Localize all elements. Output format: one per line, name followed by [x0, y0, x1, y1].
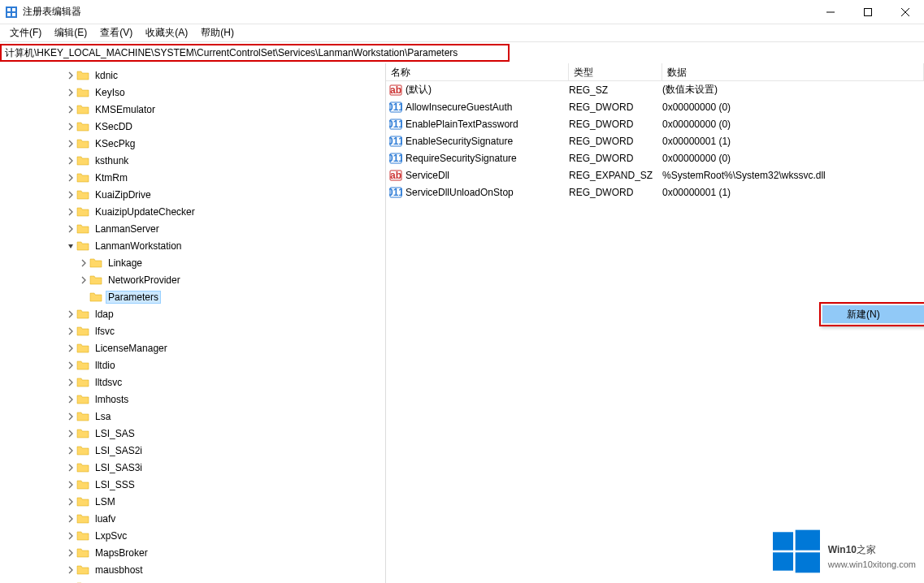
- value-row[interactable]: 011EnableSecuritySignatureREG_DWORD0x000…: [386, 132, 924, 149]
- tree-node[interactable]: LxpSvc: [0, 528, 385, 544]
- chevron-right-icon[interactable]: [65, 121, 76, 132]
- value-row[interactable]: abServiceDllREG_EXPAND_SZ%SystemRoot%\Sy…: [386, 166, 924, 184]
- main-area: kdnicKeyIsoKMSEmulatorKSecDDKSecPkgksthu…: [0, 63, 924, 583]
- tree-node[interactable]: LanmanWorkstation: [0, 238, 385, 254]
- chevron-right-icon[interactable]: [65, 138, 76, 149]
- value-row[interactable]: ab(默认)REG_SZ(数值未设置): [386, 81, 924, 98]
- tree-label: ksthunk: [93, 154, 131, 167]
- context-new[interactable]: 新建(N) ▶: [822, 305, 924, 323]
- tree-node[interactable]: LSI_SSS: [0, 477, 385, 493]
- chevron-right-icon[interactable]: [65, 87, 76, 98]
- svg-text:011: 011: [389, 119, 402, 130]
- tree-node[interactable]: kdnic: [0, 67, 385, 84]
- tree-node[interactable]: LSM: [0, 494, 385, 510]
- tree-node[interactable]: LanmanServer: [0, 221, 385, 237]
- tree-node[interactable]: Lsa: [0, 408, 385, 425]
- chevron-right-icon[interactable]: [65, 530, 76, 542]
- tree-node[interactable]: luafv: [0, 511, 385, 527]
- chevron-right-icon[interactable]: [65, 172, 76, 184]
- tree-node[interactable]: ldap: [0, 306, 385, 322]
- tree-label: KuaiZipDrive: [93, 188, 154, 201]
- chevron-right-icon[interactable]: [65, 445, 76, 456]
- minimize-button[interactable]: [812, 0, 849, 24]
- tree-node[interactable]: lltdsvc: [0, 374, 385, 391]
- tree-node[interactable]: lmhosts: [0, 391, 385, 408]
- chevron-right-icon[interactable]: [65, 513, 76, 525]
- chevron-right-icon[interactable]: [65, 343, 76, 354]
- chevron-right-icon[interactable]: [78, 274, 89, 286]
- menu-view[interactable]: 查看(V): [95, 24, 137, 41]
- chevron-right-icon[interactable]: [65, 428, 76, 439]
- tree-node[interactable]: LSI_SAS: [0, 425, 385, 442]
- tree-node[interactable]: KuaizipUpdateChecker: [0, 204, 385, 220]
- tree-node[interactable]: LSI_SAS2i: [0, 443, 385, 459]
- value-row[interactable]: 011RequireSecuritySignatureREG_DWORD0x00…: [386, 149, 924, 166]
- watermark: Win10之家 www.win10xitong.com: [773, 528, 916, 575]
- chevron-right-icon[interactable]: [78, 257, 89, 269]
- chevron-right-icon[interactable]: [78, 292, 89, 303]
- address-bar[interactable]: 计算机\HKEY_LOCAL_MACHINE\SYSTEM\CurrentCon…: [0, 44, 510, 62]
- chevron-right-icon[interactable]: [65, 223, 76, 235]
- chevron-right-icon[interactable]: [65, 326, 76, 337]
- value-data: %SystemRoot%\System32\wkssvc.dll: [662, 170, 924, 181]
- tree-node[interactable]: ksthunk: [0, 153, 385, 169]
- header-name[interactable]: 名称: [386, 63, 569, 80]
- value-row[interactable]: 011ServiceDllUnloadOnStopREG_DWORD0x0000…: [386, 184, 924, 201]
- chevron-right-icon[interactable]: [65, 70, 76, 81]
- chevron-right-icon[interactable]: [65, 462, 76, 473]
- tree-node[interactable]: mausbip: [0, 579, 385, 583]
- close-button[interactable]: [887, 0, 924, 24]
- tree-node[interactable]: KSecDD: [0, 119, 385, 135]
- chevron-down-icon[interactable]: [65, 240, 76, 252]
- maximize-button[interactable]: [849, 0, 887, 24]
- chevron-right-icon[interactable]: [65, 189, 76, 201]
- chevron-right-icon[interactable]: [65, 496, 76, 507]
- tree-node[interactable]: KuaiZipDrive: [0, 187, 385, 203]
- watermark-brand: Win10之家: [828, 534, 916, 557]
- header-data[interactable]: 数据: [662, 63, 924, 80]
- chevron-right-icon[interactable]: [65, 411, 76, 422]
- tree-node[interactable]: LicenseManager: [0, 340, 385, 356]
- menu-edit[interactable]: 编辑(E): [50, 24, 92, 41]
- header-type[interactable]: 类型: [569, 63, 662, 80]
- menu-file[interactable]: 文件(F): [5, 24, 46, 41]
- value-data: 0x00000000 (0): [662, 153, 924, 164]
- chevron-right-icon[interactable]: [65, 206, 76, 218]
- chevron-right-icon[interactable]: [65, 479, 76, 490]
- chevron-right-icon[interactable]: [65, 564, 76, 576]
- tree-node[interactable]: Parameters: [0, 289, 385, 305]
- value-type: REG_SZ: [569, 84, 662, 96]
- value-row[interactable]: 011EnablePlainTextPasswordREG_DWORD0x000…: [386, 115, 924, 132]
- chevron-right-icon[interactable]: [65, 360, 76, 371]
- tree-label: kdnic: [93, 69, 120, 82]
- value-row[interactable]: 011AllowInsecureGuestAuthREG_DWORD0x0000…: [386, 98, 924, 115]
- tree-node[interactable]: Linkage: [0, 255, 385, 271]
- tree-pane[interactable]: kdnicKeyIsoKMSEmulatorKSecDDKSecPkgksthu…: [0, 63, 386, 583]
- svg-text:ab: ab: [390, 84, 401, 96]
- tree-node[interactable]: KtmRm: [0, 170, 385, 186]
- tree-node[interactable]: lltdio: [0, 357, 385, 374]
- tree-node[interactable]: MapsBroker: [0, 545, 385, 561]
- tree-node[interactable]: KMSEmulator: [0, 101, 385, 118]
- tree-node[interactable]: KSecPkg: [0, 136, 385, 152]
- chevron-right-icon[interactable]: [65, 104, 76, 115]
- svg-rect-1: [7, 8, 11, 11]
- list-header[interactable]: 名称 类型 数据: [386, 63, 924, 81]
- tree-node[interactable]: KeyIso: [0, 84, 385, 101]
- list-pane[interactable]: 名称 类型 数据 ab(默认)REG_SZ(数值未设置)011AllowInse…: [386, 63, 924, 583]
- tree-node[interactable]: lfsvc: [0, 323, 385, 339]
- chevron-right-icon[interactable]: [65, 309, 76, 320]
- chevron-right-icon[interactable]: [65, 394, 76, 405]
- value-type: REG_DWORD: [569, 119, 662, 130]
- menu-help[interactable]: 帮助(H): [196, 24, 239, 41]
- chevron-right-icon[interactable]: [65, 155, 76, 166]
- chevron-right-icon[interactable]: [65, 377, 76, 388]
- menu-favorites[interactable]: 收藏夹(A): [141, 24, 193, 41]
- tree-node[interactable]: LSI_SAS3i: [0, 460, 385, 476]
- menu-bar: 文件(F) 编辑(E) 查看(V) 收藏夹(A) 帮助(H): [0, 24, 924, 42]
- tree-node[interactable]: mausbhost: [0, 562, 385, 578]
- tree-label: LicenseManager: [93, 342, 170, 355]
- chevron-right-icon[interactable]: [65, 547, 76, 559]
- tree-node[interactable]: NetworkProvider: [0, 272, 385, 288]
- tree-label: lmhosts: [93, 393, 131, 406]
